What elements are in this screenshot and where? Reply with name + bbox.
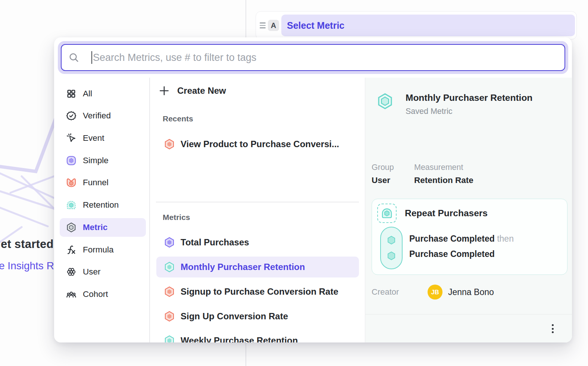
saved-metric-icon	[376, 93, 394, 110]
creator-name: Jenna Bono	[448, 287, 494, 297]
step-hexagon-icon	[386, 235, 397, 245]
simple-metric-icon	[164, 237, 175, 248]
funnel-icon	[66, 177, 77, 188]
create-new-label: Create New	[177, 86, 226, 96]
definition-step1: Purchase Completed	[409, 234, 495, 244]
retention-definition-icon	[377, 204, 397, 223]
app-background: et started. e Insights Re A Select Metri…	[0, 0, 588, 366]
drag-handle-icon[interactable]	[260, 22, 266, 28]
background-heading-fragment: et started.	[1, 238, 57, 251]
event-cursor-icon	[66, 133, 77, 144]
metric-item-weekly-purchase-retention[interactable]: Weekly Purchase Retention	[156, 330, 359, 342]
text-caret	[91, 51, 92, 64]
metric-selector-bar: A Select Metric	[256, 11, 577, 40]
recents-header: Recents	[163, 114, 193, 123]
sidebar-item-label: Simple	[83, 156, 109, 165]
sidebar-item-all[interactable]: All	[60, 84, 146, 103]
creator-avatar: JB	[428, 285, 442, 300]
sidebar-item-label: All	[83, 89, 92, 99]
funnel-metric-icon	[164, 311, 175, 322]
creator-row: Creator JB Jenna Bono	[372, 284, 566, 300]
search-placeholder: Search Metrics, use # to filter to tags	[93, 52, 256, 63]
metric-item-label: Signup to Purchase Conversion Rate	[181, 286, 338, 297]
grid-icon	[66, 88, 77, 99]
simple-icon	[66, 155, 77, 166]
sidebar-item-formula[interactable]: Formula	[60, 241, 146, 259]
funnel-metric-icon	[164, 139, 175, 150]
cohort-people-icon	[66, 289, 77, 300]
select-metric-button[interactable]: Select Metric	[281, 15, 575, 36]
sidebar-item-label: Metric	[83, 223, 107, 232]
detail-footer	[365, 314, 572, 342]
funnel-metric-icon	[164, 286, 175, 297]
sidebar-item-event[interactable]: Event	[60, 129, 146, 148]
definition-connector: then	[497, 234, 514, 244]
group-value: User	[372, 176, 405, 185]
search-input[interactable]: Search Metrics, use # to filter to tags	[61, 44, 565, 71]
recent-metric-label: View Product to Purchase Conversi...	[181, 139, 339, 149]
metric-item-label: Monthly Purchaser Retention	[181, 262, 305, 272]
retention-metric-icon	[164, 335, 175, 342]
metric-list-panel: Create New Recents View Product to Purch…	[150, 78, 365, 342]
definition-name: Repeat Purchasers	[405, 208, 488, 218]
step-hexagon-icon	[386, 251, 397, 261]
definition-step2: Purchase Completed	[409, 246, 514, 262]
retention-metric-icon	[164, 261, 175, 273]
sidebar-item-user[interactable]: User	[60, 263, 146, 281]
sidebar-item-label: User	[83, 267, 101, 277]
create-new-button[interactable]: Create New	[159, 85, 226, 96]
series-letter-badge: A	[268, 20, 279, 31]
metric-item-total-purchases[interactable]: Total Purchases	[156, 232, 359, 253]
background-insights-link[interactable]: e Insights Re	[0, 260, 60, 272]
sidebar-item-verified[interactable]: Verified	[60, 106, 146, 125]
user-cluster-icon	[66, 266, 77, 277]
metric-item-monthly-purchaser-retention[interactable]: Monthly Purchaser Retention	[156, 257, 359, 277]
metric-item-signup-to-purchase[interactable]: Signup to Purchase Conversion Rate	[156, 281, 359, 302]
metric-detail-panel: Monthly Purchaser Retention Saved Metric…	[365, 78, 572, 342]
metric-item-sign-up-conversion[interactable]: Sign Up Conversion Rate	[156, 306, 359, 327]
sidebar-item-metric[interactable]: Metric	[60, 218, 146, 237]
retention-icon	[66, 199, 77, 211]
sidebar-item-retention[interactable]: Retention	[60, 196, 146, 214]
detail-subtitle: Saved Metric	[406, 107, 532, 116]
metric-picker-modal: Search Metrics, use # to filter to tags …	[54, 37, 572, 342]
measurement-value: Retention Rate	[414, 176, 473, 185]
verified-badge-icon	[66, 110, 77, 121]
formula-icon	[66, 244, 77, 255]
sidebar-item-label: Formula	[83, 245, 114, 255]
sidebar-item-label: Funnel	[83, 178, 109, 187]
funnel-steps-capsule	[380, 227, 403, 269]
measurement-label: Measurement	[414, 163, 473, 172]
metric-definition-card: Repeat Purchasers Purchase Completed the…	[372, 199, 567, 275]
filter-sidebar: All Verified	[54, 78, 149, 342]
search-focus-ring: Search Metrics, use # to filter to tags	[58, 41, 568, 74]
creator-label: Creator	[372, 287, 420, 297]
sidebar-item-funnel[interactable]: Funnel	[60, 173, 146, 192]
search-icon	[68, 52, 79, 63]
sidebar-item-label: Cohort	[83, 289, 108, 299]
plus-icon	[159, 85, 170, 96]
metric-item-label: Total Purchases	[181, 237, 249, 248]
metric-item-label: Weekly Purchase Retention	[181, 335, 298, 342]
metric-item-label: Sign Up Conversion Rate	[181, 311, 288, 322]
sidebar-item-label: Retention	[83, 200, 119, 210]
recent-metric-item[interactable]: View Product to Purchase Conversi...	[156, 134, 359, 155]
detail-title: Monthly Purchaser Retention	[406, 93, 532, 103]
metric-icon	[66, 222, 77, 233]
list-section-divider	[156, 202, 359, 202]
more-options-icon[interactable]	[547, 323, 558, 335]
group-label: Group	[372, 163, 405, 172]
metrics-header: Metrics	[163, 213, 190, 222]
sidebar-item-label: Verified	[83, 111, 111, 121]
sidebar-item-simple[interactable]: Simple	[60, 151, 146, 170]
sidebar-item-cohort[interactable]: Cohort	[60, 285, 146, 304]
sidebar-item-label: Event	[83, 133, 104, 143]
